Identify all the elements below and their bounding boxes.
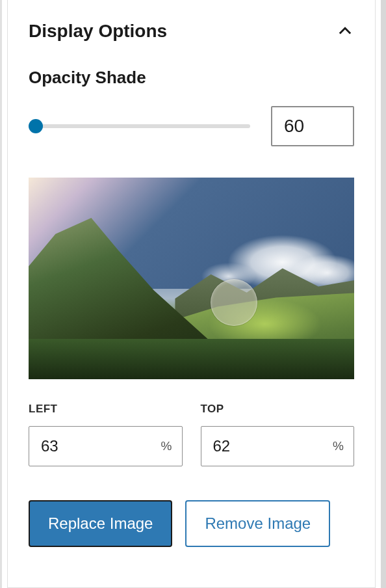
top-input[interactable] bbox=[201, 426, 355, 466]
panel-body: Opacity Shade LEFT bbox=[8, 68, 375, 547]
panel-title: Display Options bbox=[29, 21, 167, 42]
focal-point-handle[interactable] bbox=[211, 279, 257, 326]
slider-track bbox=[29, 124, 250, 128]
top-label: TOP bbox=[201, 403, 355, 416]
top-field: TOP % bbox=[201, 403, 355, 466]
left-input[interactable] bbox=[29, 426, 183, 466]
opacity-shade-label: Opacity Shade bbox=[29, 68, 354, 88]
image-buttons-row: Replace Image Remove Image bbox=[29, 500, 354, 547]
panel-outer-wrap: Display Options Opacity Shade bbox=[0, 0, 386, 588]
left-label: LEFT bbox=[29, 403, 183, 416]
opacity-input[interactable] bbox=[271, 106, 354, 146]
left-unit: % bbox=[161, 439, 172, 453]
focal-coords-row: LEFT % TOP % bbox=[29, 403, 354, 466]
top-unit: % bbox=[333, 439, 344, 453]
slider-thumb[interactable] bbox=[29, 119, 43, 133]
panel-header[interactable]: Display Options bbox=[8, 3, 375, 42]
display-options-panel: Display Options Opacity Shade bbox=[7, 0, 376, 588]
left-field: LEFT % bbox=[29, 403, 183, 466]
replace-image-button[interactable]: Replace Image bbox=[29, 500, 172, 547]
left-input-wrap: % bbox=[29, 426, 183, 466]
opacity-slider[interactable] bbox=[29, 118, 250, 134]
opacity-row bbox=[29, 106, 354, 146]
top-input-wrap: % bbox=[201, 426, 355, 466]
chevron-up-icon bbox=[336, 22, 354, 40]
image-preview[interactable] bbox=[29, 178, 354, 379]
remove-image-button[interactable]: Remove Image bbox=[185, 500, 330, 547]
preview-foreground bbox=[29, 339, 354, 379]
